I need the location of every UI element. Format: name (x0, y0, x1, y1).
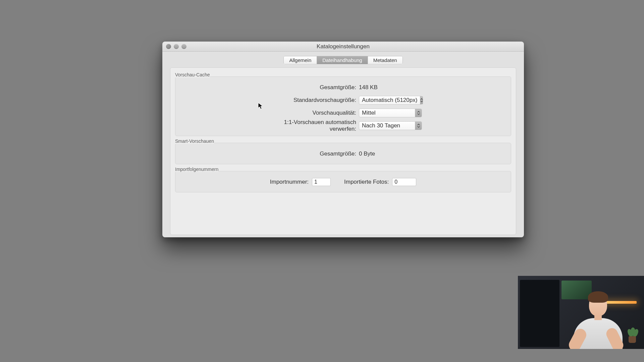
fieldset-import-sequence: Importfolgenummern Importnummer: Importi… (175, 171, 511, 192)
tab-general[interactable]: Allgemein (284, 56, 317, 64)
fieldset-preview-cache: Vorschau-Cache Gesamtgröße: 148 KB Stand… (175, 76, 511, 136)
legend-import-sequence: Importfolgenummern (174, 167, 218, 172)
chevron-updown-icon (415, 109, 422, 117)
titlebar[interactable]: Katalogeinstellungen (162, 42, 524, 52)
catalog-settings-window: Katalogeinstellungen Allgemein Dateihand… (162, 42, 524, 237)
window-title: Katalogeinstellungen (317, 43, 370, 50)
legend-preview-cache: Vorschau-Cache (174, 72, 210, 77)
select-discard-1to1[interactable]: Nach 30 Tagen (359, 121, 422, 130)
minimize-icon[interactable] (174, 44, 179, 49)
value-total-size: 148 KB (359, 84, 422, 91)
legend-smart-previews: Smart-Vorschauen (174, 138, 214, 144)
select-preview-quality[interactable]: Mittel (359, 109, 422, 117)
settings-panel: Vorschau-Cache Gesamtgröße: 148 KB Stand… (170, 67, 516, 235)
window-controls (166, 44, 186, 49)
input-imported-photos[interactable] (392, 178, 416, 186)
label-preview-quality: Vorschauqualität: (264, 110, 359, 116)
tab-file-handling[interactable]: Dateihandhabung (317, 56, 368, 64)
chevron-updown-icon (415, 122, 422, 130)
label-smart-total-size: Gesamtgröße: (264, 150, 359, 157)
value-smart-total-size: 0 Byte (359, 150, 422, 157)
label-imported-photos: Importierte Fotos: (344, 179, 389, 185)
label-std-preview-size: Standardvorschaugröße: (264, 97, 359, 104)
chevron-updown-icon (420, 96, 423, 104)
close-icon[interactable] (166, 44, 171, 49)
fieldset-smart-previews: Smart-Vorschauen Gesamtgröße: 0 Byte (175, 143, 511, 164)
label-discard-1to1: 1:1-Vorschauen automatisch verwerfen: (264, 119, 359, 132)
tab-metadata[interactable]: Metadaten (368, 56, 402, 64)
zoom-icon[interactable] (181, 44, 186, 49)
label-import-number: Importnummer: (270, 179, 309, 185)
tab-bar: Allgemein Dateihandhabung Metadaten (166, 56, 521, 64)
label-total-size: Gesamtgröße: (264, 84, 359, 91)
window-body: Allgemein Dateihandhabung Metadaten Vors… (162, 52, 524, 237)
input-import-number[interactable] (312, 178, 331, 186)
presenter-video (518, 276, 644, 349)
select-std-preview-size[interactable]: Automatisch (5120px) (359, 96, 422, 105)
